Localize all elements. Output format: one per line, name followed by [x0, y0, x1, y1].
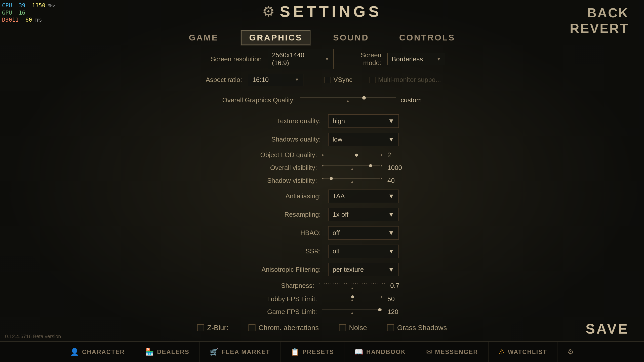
overall-visibility-row: Overall visibility: ▲ 1000 — [199, 164, 445, 172]
noise-checkbox[interactable]: Noise — [339, 324, 367, 332]
watchlist-warning-icon: ⚠ — [499, 348, 505, 356]
taskbar-messenger[interactable]: ✉ MESSENGER — [416, 342, 488, 362]
handbook-icon: 📖 — [354, 348, 363, 356]
version-text: 0.12.4.6716 Beta version — [5, 334, 61, 339]
zblur-checkbox[interactable]: Z-Blur: — [197, 324, 228, 332]
sharpness-slider[interactable]: · · · · · · · · · · · · · · · · · · · · … — [319, 281, 385, 290]
shadow-visibility-value: 40 — [387, 177, 403, 185]
game-fps-row: Game FPS Limit: ▲ 120 — [199, 308, 445, 316]
presets-label: PRESETS — [302, 348, 334, 355]
sharpness-row: Sharpness: · · · · · · · · · · · · · · ·… — [199, 281, 445, 290]
lobby-fps-slider[interactable]: ▲ — [322, 296, 382, 302]
shadow-visibility-slider[interactable]: ▲ — [322, 178, 382, 184]
tab-controls[interactable]: CONTROLS — [392, 31, 463, 44]
antialiasing-value: TAA — [333, 192, 345, 200]
hbao-value: off — [333, 229, 340, 237]
screen-mode-dropdown[interactable]: Borderless ▼ — [387, 53, 445, 65]
game-fps-value: 120 — [387, 308, 403, 316]
resolution-dropdown[interactable]: 644x362 (16:9) ▼ — [268, 49, 334, 69]
handbook-label: HANDBOOK — [366, 348, 406, 355]
ssr-arrow: ▼ — [388, 247, 394, 255]
divider-2 — [199, 109, 445, 109]
taskbar-flea-market[interactable]: 🛒 FLEA MARKET — [200, 342, 280, 362]
taskbar-presets[interactable]: 📋 PRESETS — [280, 342, 344, 362]
overall-visibility-slider[interactable]: ▲ — [322, 165, 382, 171]
game-fps-slider[interactable]: ▲ — [322, 309, 382, 315]
settings-gear-icon: ⚙ — [568, 348, 574, 356]
resolution-label: Screen resolution — [199, 55, 262, 63]
ssr-row: SSR: off ▼ — [199, 245, 445, 258]
messenger-icon: ✉ — [426, 348, 432, 356]
zblur-label: Z-Blur: — [207, 324, 228, 332]
overall-quality-value: custom — [401, 96, 422, 104]
taskbar-character[interactable]: 👤 CHARACTER — [60, 342, 135, 362]
anisotropic-value: per texture — [333, 266, 364, 274]
gear-icon: ⚙ — [262, 3, 275, 20]
texture-quality-value: high — [333, 117, 345, 125]
vsync-checkbox-box[interactable] — [325, 77, 331, 83]
save-button[interactable]: SAVE — [586, 321, 629, 337]
grass-shadows-checkbox[interactable]: Grass Shadows — [387, 324, 447, 332]
ssr-dropdown[interactable]: off ▼ — [328, 245, 399, 258]
shadows-quality-dropdown[interactable]: low ▼ — [328, 133, 399, 146]
multi-monitor-checkbox: Multi-monitor suppo... — [369, 76, 441, 84]
all-settings: Screen resolution 644x362 (16:9) ▼ Scr… — [199, 49, 445, 321]
aspect-dropdown-arrow: ▼ — [295, 77, 299, 82]
tab-graphics[interactable]: GRAPHICS — [241, 30, 310, 45]
hbao-row: HBAO: off ▼ — [199, 226, 445, 240]
anisotropic-dropdown[interactable]: per texture ▼ — [328, 263, 399, 276]
hbao-label: HBAO: — [245, 229, 321, 237]
taskbar-dealers[interactable]: 🏪 DEALERS — [135, 342, 200, 362]
anisotropic-arrow: ▼ — [388, 266, 394, 274]
texture-quality-dropdown[interactable]: high ▼ — [328, 114, 399, 128]
multi-monitor-checkbox-box — [369, 77, 376, 83]
antialiasing-label: Antialiasing: — [245, 192, 321, 200]
overall-quality-row: Overall Graphics Quality: ▲ custom — [199, 96, 445, 104]
revert-button[interactable]: REVERT — [570, 21, 629, 36]
aspect-row: Aspect ratio: 16:10 ▼ VSync Multi-monito… — [199, 74, 445, 86]
shadows-quality-label: Shadows quality: — [245, 135, 321, 143]
antialiasing-arrow: ▼ — [388, 192, 394, 200]
settings-title-area: ⚙ SETTINGS — [262, 3, 382, 20]
lobby-fps-row: Lobby FPS Limit: ▲ 50 — [199, 295, 445, 303]
tab-game[interactable]: GAME — [181, 31, 226, 44]
resampling-label: Resampling: — [245, 211, 321, 218]
resampling-row: Resampling: 1x off ▼ — [199, 208, 445, 221]
taskbar-handbook[interactable]: 📖 HANDBOOK — [344, 342, 416, 362]
overall-quality-slider[interactable]: ▲ — [300, 97, 396, 103]
messenger-label: MESSENGER — [435, 348, 478, 355]
texture-quality-row: Texture quality: high ▼ — [199, 114, 445, 128]
resampling-arrow: ▼ — [388, 211, 394, 218]
multi-monitor-label: Multi-monitor suppo... — [378, 76, 441, 84]
taskbar-settings[interactable]: ⚙ — [557, 342, 584, 362]
vsync-label: VSync — [334, 76, 352, 84]
hud-stats: CPU 39 1350 MHz GPU 16 D3011 60 FPS — [2, 2, 55, 24]
chrom-aberrations-label: Chrom. aberrations — [259, 324, 319, 332]
antialiasing-dropdown[interactable]: TAA ▼ — [328, 190, 399, 203]
back-button[interactable]: BACK — [570, 5, 629, 21]
noise-label: Noise — [349, 324, 367, 332]
resampling-dropdown[interactable]: 1x off ▼ — [328, 208, 399, 221]
noise-checkbox-box[interactable] — [339, 324, 346, 331]
shadows-quality-row: Shadows quality: low ▼ — [199, 133, 445, 146]
hbao-dropdown[interactable]: off ▼ — [328, 226, 399, 240]
grass-shadows-checkbox-box[interactable] — [387, 324, 394, 331]
vsync-checkbox[interactable]: VSync — [325, 76, 352, 84]
taskbar: 👤 CHARACTER 🏪 DEALERS 🛒 FLEA MARKET 📋 PR… — [0, 341, 644, 362]
lod-quality-row: Object LOD quality: 2 — [199, 151, 445, 159]
lobby-fps-value: 50 — [387, 295, 403, 303]
dealers-label: DEALERS — [157, 348, 189, 355]
resampling-value: 1x off — [333, 211, 348, 218]
shadow-visibility-row: Shadow visibility: ▲ 40 — [199, 177, 445, 185]
divider-1 — [199, 91, 445, 91]
taskbar-watchlist[interactable]: ⚠ WATCHLIST — [489, 342, 557, 362]
chrom-aberrations-checkbox-box[interactable] — [249, 324, 256, 331]
lod-quality-slider[interactable] — [322, 154, 382, 156]
zblur-checkbox-box[interactable] — [197, 324, 204, 331]
lod-quality-value: 2 — [387, 151, 403, 159]
aspect-dropdown[interactable]: 16:10 ▼ — [248, 74, 303, 86]
hud-mem: D3011 60 FPS — [2, 16, 55, 24]
chrom-aberrations-checkbox[interactable]: Chrom. aberrations — [249, 324, 319, 332]
tab-sound[interactable]: SOUND — [326, 31, 377, 44]
anisotropic-row: Anisotropic Filtering: per texture ▼ — [199, 263, 445, 276]
